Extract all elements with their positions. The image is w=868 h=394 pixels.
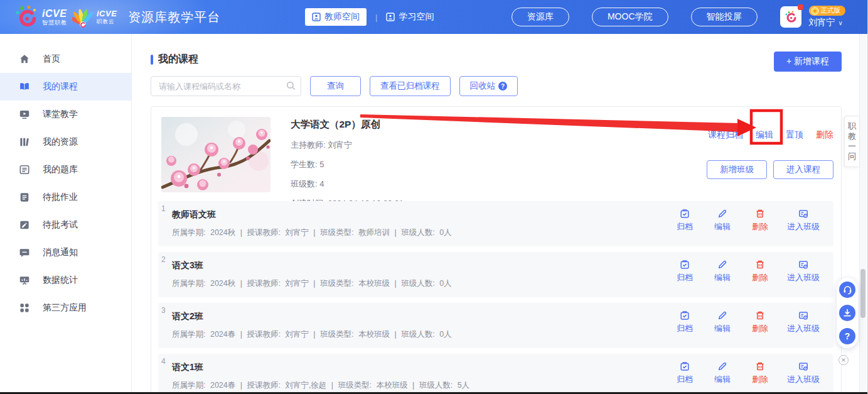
delete-class-button[interactable]: 删除	[749, 209, 771, 233]
enter-class-button[interactable]: 进入班级	[787, 310, 820, 334]
enter-class-button[interactable]: 进入班级	[787, 209, 820, 233]
enter-course-button[interactable]: 进入课程	[773, 160, 833, 179]
course-card: 大学语文（2P）原创 主持教师: 刘宵宁 学生数: 5 班级数: 4 创建时间:…	[151, 106, 842, 394]
enter-class-icon	[798, 361, 808, 371]
main-area: 我的课程 查询 查看已归档课程 回收站 ? + 新增课程	[132, 34, 867, 394]
sidebar-item-label: 我的资源	[43, 136, 78, 148]
vtab-char: 问	[845, 151, 859, 161]
resource-library-button[interactable]: 资源库	[512, 8, 569, 26]
enter-class-button[interactable]: 进入班级	[787, 260, 820, 283]
archive-class-button[interactable]: 归档	[674, 260, 695, 283]
archive-icon	[680, 310, 690, 320]
learning-space-icon	[386, 13, 395, 21]
shell-fan-icon	[72, 5, 94, 29]
sidebar-item-question-bank[interactable]: 我的题库	[0, 156, 131, 183]
scrollbar-thumb[interactable]	[860, 269, 865, 318]
trash-icon	[755, 209, 765, 219]
enter-class-icon	[798, 310, 808, 320]
sidebar-item-label: 待批考试	[43, 219, 78, 231]
course-cover-image[interactable]	[161, 117, 271, 192]
row-actions: 归档 编辑 删除 进入	[674, 361, 820, 385]
class-row: 4 语文1班 所属学期: 2024春 | 授课教师: 刘宵宁,徐超 | 班级类型…	[158, 354, 833, 394]
archive-icon	[680, 361, 690, 371]
smart-casting-button[interactable]: 智能投屏	[691, 8, 758, 26]
row-index: 4	[161, 357, 166, 366]
home-icon	[19, 53, 30, 65]
query-button[interactable]: 查询	[310, 76, 361, 96]
recycle-bin-button[interactable]: 回收站 ?	[459, 76, 518, 96]
archive-class-button[interactable]: 归档	[674, 310, 695, 334]
course-search-input[interactable]	[151, 76, 301, 96]
archive-label: 归档	[677, 323, 693, 334]
sidebar-item-my-resources[interactable]: 我的资源	[0, 128, 131, 156]
edit-class-button[interactable]: 编辑	[712, 361, 733, 385]
question-bank-icon	[19, 164, 30, 175]
sidebar-item-home[interactable]: 首页	[0, 45, 131, 73]
course-edit-link[interactable]: 编辑	[756, 129, 773, 141]
course-header: 大学语文（2P）原创 主持教师: 刘宵宁 学生数: 5 班级数: 4 创建时间:…	[151, 107, 841, 201]
course-top-link[interactable]: 置顶	[786, 129, 803, 141]
archive-class-button[interactable]: 归档	[674, 361, 695, 385]
add-class-button[interactable]: 新增班级	[707, 160, 767, 179]
teacher-space-label: 教师空间	[324, 11, 360, 23]
sidebar-item-label: 课堂教学	[43, 109, 78, 120]
delete-class-button[interactable]: 删除	[749, 361, 771, 385]
edit-class-button[interactable]: 编辑	[712, 260, 733, 283]
download-button[interactable]	[839, 305, 855, 321]
class-name[interactable]: 语文1班	[172, 362, 203, 373]
sidebar-item-label: 待批作业	[43, 192, 78, 203]
sidebar-item-my-courses[interactable]: 我的课程	[0, 73, 131, 101]
class-name[interactable]: 语文2班	[172, 311, 203, 322]
user-name-text: 刘宵宁	[809, 17, 835, 28]
course-archive-link[interactable]: 课程归档	[708, 129, 743, 141]
edit-label: 编辑	[714, 323, 731, 334]
add-course-button[interactable]: + 新增课程	[774, 52, 842, 72]
close-floating-toolbar-icon[interactable]: ⨯	[839, 355, 849, 365]
sidebar-item-pending-exams[interactable]: 待批考试	[0, 211, 131, 239]
class-list: 1 教师语文班 所属学期: 2024秋 | 授课教师: 刘宵宁 | 班级类型: …	[158, 201, 833, 394]
enter-class-button[interactable]: 进入班级	[787, 361, 820, 385]
search-icon[interactable]	[286, 81, 296, 90]
class-name[interactable]: 教师语文班	[172, 209, 216, 221]
course-delete-link[interactable]: 删除	[816, 129, 833, 141]
class-row: 3 语文2班 所属学期: 2024春 | 授课教师: 刘宵宁 | 班级类型: 本…	[158, 303, 833, 348]
sidebar-item-pending-homework[interactable]: 待批作业	[0, 183, 131, 211]
user-menu[interactable]: 刘宵宁 ∨	[809, 17, 843, 28]
mooc-college-button[interactable]: MOOC学院	[592, 8, 668, 26]
chevron-down-icon: ∨	[839, 19, 843, 26]
sidebar-item-statistics[interactable]: 数据统计	[0, 266, 131, 294]
edit-label: 编辑	[714, 221, 731, 233]
edit-class-button[interactable]: 编辑	[712, 209, 733, 233]
scrollbar-track[interactable]	[859, 34, 867, 394]
customer-service-button[interactable]	[839, 282, 855, 298]
view-archived-courses-button[interactable]: 查看已归档课程	[370, 76, 451, 96]
delete-class-button[interactable]: 删除	[749, 310, 771, 334]
sidebar-item-label: 首页	[43, 53, 60, 65]
archive-icon	[680, 209, 690, 219]
edit-class-button[interactable]: 编辑	[712, 310, 733, 334]
class-name[interactable]: 语文3班	[172, 260, 203, 271]
logo-sub-text: 智慧职教	[42, 20, 67, 26]
message-icon	[19, 247, 30, 258]
trash-icon	[755, 260, 765, 270]
user-info: 正式版 刘宵宁 ∨	[809, 6, 846, 28]
tab-learning-space[interactable]: 学习空间	[386, 11, 434, 23]
delete-label: 删除	[752, 272, 768, 283]
sidebar-item-third-party-apps[interactable]: 第三方应用	[0, 294, 131, 322]
delete-label: 删除	[752, 323, 768, 334]
help-button[interactable]: ?	[839, 328, 855, 344]
archive-class-button[interactable]: 归档	[674, 209, 695, 233]
zhijiao-yiwen-tab[interactable]: 职 教 一 问	[844, 116, 859, 167]
edit-icon	[717, 310, 727, 320]
course-host-teacher: 主持教师: 刘宵宁	[291, 140, 841, 151]
archive-label: 归档	[677, 221, 693, 233]
enter-class-label: 进入班级	[787, 221, 820, 233]
enter-class-icon	[798, 209, 808, 219]
user-avatar[interactable]	[780, 6, 801, 28]
enter-class-label: 进入班级	[787, 272, 820, 283]
tab-teacher-space[interactable]: 教师空间	[305, 8, 367, 26]
delete-class-button[interactable]: 删除	[749, 260, 771, 283]
archive-label: 归档	[677, 374, 693, 385]
sidebar-item-notifications[interactable]: 消息通知	[0, 239, 131, 266]
sidebar-item-classroom-teaching[interactable]: 课堂教学	[0, 101, 131, 128]
